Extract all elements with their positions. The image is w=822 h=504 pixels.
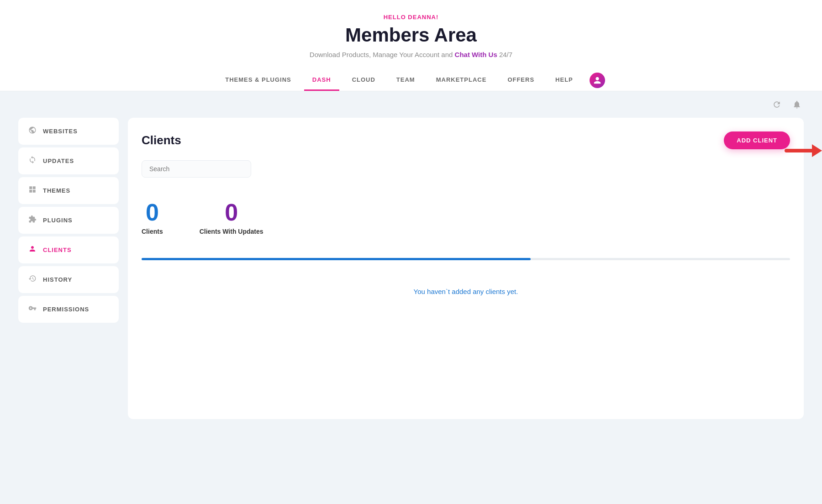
sidebar-item-themes[interactable]: THEMES (18, 177, 119, 204)
plugins-icon (27, 215, 37, 226)
avatar[interactable] (590, 73, 605, 88)
empty-state-message: You haven`t added any clients yet. (151, 288, 781, 295)
main-layout: WEBSITES UPDATES THEMES PLUGINS CLIENTS (0, 118, 822, 437)
content-title: Clients (142, 133, 181, 147)
arrow-annotation (785, 144, 822, 157)
progress-bar-container (142, 258, 790, 260)
sidebar-item-plugins[interactable]: PLUGINS (18, 207, 119, 234)
page-title: Members Area (9, 24, 813, 46)
subtitle-end: 24/7 (497, 51, 512, 58)
progress-bar-fill (142, 258, 531, 260)
clients-count-value: 0 (142, 200, 163, 224)
clients-icon (27, 245, 37, 255)
arrow-head (812, 144, 822, 157)
nav-item-marketplace[interactable]: MARKETPLACE (428, 70, 495, 91)
header: HELLO DEANNA! Members Area Download Prod… (0, 0, 822, 91)
nav-item-help[interactable]: HELP (547, 70, 581, 91)
sidebar-item-updates-label: UPDATES (43, 158, 74, 164)
subtitle-start: Download Products, Manage Your Account a… (310, 51, 455, 58)
toolbar-row (0, 91, 822, 118)
nav-item-themes-plugins[interactable]: THEMES & PLUGINS (217, 70, 300, 91)
sidebar-item-clients-label: CLIENTS (43, 247, 72, 253)
permissions-icon (27, 304, 37, 315)
clients-updates-value: 0 (200, 200, 263, 224)
refresh-icon[interactable] (770, 98, 784, 111)
clients-updates-label: Clients With Updates (200, 228, 263, 235)
history-icon (27, 274, 37, 285)
nav-item-dash[interactable]: DASH (304, 70, 339, 91)
nav-item-offers[interactable]: OFFERS (499, 70, 543, 91)
content-header: Clients ADD CLIENT (142, 131, 790, 149)
sidebar-item-clients[interactable]: CLIENTS (18, 236, 119, 263)
stat-clients-updates: 0 Clients With Updates (200, 200, 263, 235)
globe-icon (27, 126, 37, 136)
nav-item-cloud[interactable]: CLOUD (344, 70, 384, 91)
sidebar-item-plugins-label: PLUGINS (43, 217, 73, 224)
add-client-button[interactable]: ADD CLIENT (724, 131, 790, 149)
subtitle: Download Products, Manage Your Account a… (9, 51, 813, 58)
sidebar-item-themes-label: THEMES (43, 187, 70, 194)
hello-greeting: HELLO DEANNA! (9, 14, 813, 21)
themes-icon (27, 185, 37, 196)
content-area: Clients ADD CLIENT 0 Clients 0 Clients W… (128, 118, 804, 419)
sidebar-item-permissions[interactable]: PERMISSIONS (18, 296, 119, 323)
sidebar-item-permissions-label: PERMISSIONS (43, 306, 89, 313)
updates-icon (27, 156, 37, 166)
nav-item-team[interactable]: TEAM (388, 70, 423, 91)
chat-link[interactable]: Chat With Us (455, 51, 497, 58)
sidebar-item-websites[interactable]: WEBSITES (18, 118, 119, 145)
arrow-body (785, 149, 812, 152)
empty-state: You haven`t added any clients yet. (142, 278, 790, 304)
sidebar: WEBSITES UPDATES THEMES PLUGINS CLIENTS (18, 118, 119, 419)
stats-row: 0 Clients 0 Clients With Updates (142, 191, 790, 244)
main-nav: THEMES & PLUGINS DASH CLOUD TEAM MARKETP… (9, 70, 813, 91)
sidebar-item-history[interactable]: HISTORY (18, 266, 119, 293)
stat-clients: 0 Clients (142, 200, 163, 235)
sidebar-item-websites-label: WEBSITES (43, 128, 78, 135)
clients-count-label: Clients (142, 228, 163, 235)
notification-icon[interactable] (790, 98, 804, 111)
sidebar-item-history-label: HISTORY (43, 276, 72, 283)
sidebar-item-updates[interactable]: UPDATES (18, 147, 119, 174)
search-input[interactable] (142, 160, 251, 178)
